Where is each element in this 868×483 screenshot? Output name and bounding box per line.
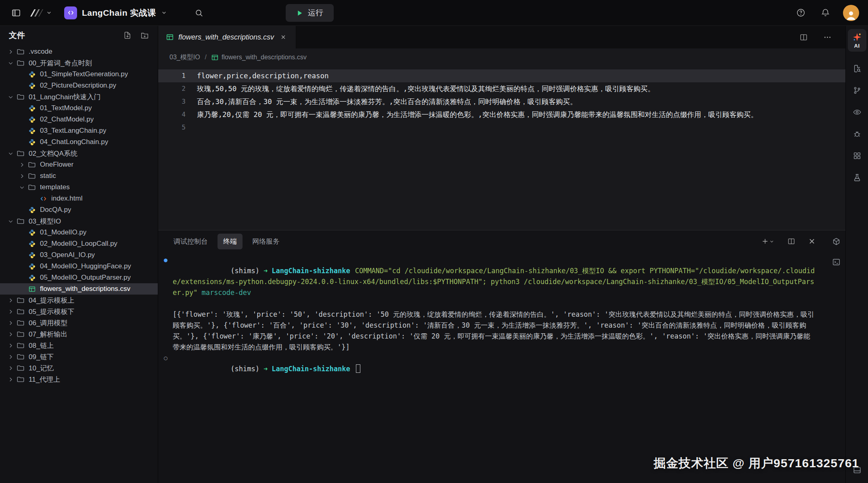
line-content: flower,price,description,reason bbox=[186, 69, 329, 82]
panel-header: 调试控制台终端网络服务 bbox=[158, 230, 827, 252]
tree-folder-03_模型IO[interactable]: 03_模型IO bbox=[0, 215, 158, 227]
line-content: 百合,30,清新百合，30 元一束，为生活增添一抹淡雅芬芳。,突出百合的清新淡雅… bbox=[186, 95, 577, 108]
tab-actions bbox=[797, 26, 845, 48]
tree-folder-OneFlower[interactable]: OneFlower bbox=[0, 159, 158, 170]
tree-folder-07_解析输出[interactable]: 07_解析输出 bbox=[0, 328, 158, 340]
new-file-button[interactable] bbox=[123, 31, 132, 40]
project-switcher[interactable]: LangChain 实战课 bbox=[64, 6, 167, 19]
tree-folder-00_开篇词_奇点时刻[interactable]: 00_开篇词_奇点时刻 bbox=[0, 57, 158, 69]
tree-file-02_ChatModel.py[interactable]: 02_ChatModel.py bbox=[0, 114, 158, 125]
file-explorer-sidebar: 文件 .vscode00_开篇词_奇点时刻01_SimpleTextGenera… bbox=[0, 26, 158, 483]
editor-line-1[interactable]: 1flower,price,description,reason bbox=[158, 69, 845, 82]
split-editor-button[interactable] bbox=[797, 31, 810, 44]
editor-tabbar: flowers_with_descriptions.csv bbox=[158, 26, 845, 48]
explorer-title: 文件 bbox=[9, 30, 114, 41]
file-search-icon bbox=[853, 64, 862, 73]
tree-folder-10_记忆[interactable]: 10_记忆 bbox=[0, 362, 158, 374]
editor-group: flowers_with_descriptions.csv bbox=[158, 26, 845, 230]
tree-folder-05_提示模板下[interactable]: 05_提示模板下 bbox=[0, 306, 158, 317]
tree-folder-04_提示模板上[interactable]: 04_提示模板上 bbox=[0, 295, 158, 306]
tree-file-03_OpenAI_IO.py[interactable]: 03_OpenAI_IO.py bbox=[0, 249, 158, 261]
line-number: 4 bbox=[158, 108, 186, 121]
chevron-right-icon bbox=[6, 320, 15, 326]
tree-file-02_ModelIO_LoopCall.py[interactable]: 02_ModelIO_LoopCall.py bbox=[0, 238, 158, 249]
tree-file-01_SimpleTextGeneration.py[interactable]: 01_SimpleTextGeneration.py bbox=[0, 69, 158, 80]
run-button[interactable]: 运行 bbox=[286, 4, 334, 22]
file-label: 02_ModelIO_LoopCall.py bbox=[40, 240, 117, 248]
editor-line-4[interactable]: 4康乃馨,20,仅需 20 元，即可拥有一束温馨美丽的康乃馨，为生活增添一抹温暖… bbox=[158, 108, 845, 121]
tree-file-01_ModelIO.py[interactable]: 01_ModelIO.py bbox=[0, 227, 158, 238]
tree-file-DocQA.py[interactable]: DocQA.py bbox=[0, 204, 158, 215]
more-actions-button[interactable] bbox=[821, 31, 834, 44]
tab-label: flowers_with_descriptions.csv bbox=[178, 33, 274, 42]
file-label: 03_模型IO bbox=[29, 217, 61, 226]
tree-file-04_ModelIO_HuggingFace.py[interactable]: 04_ModelIO_HuggingFace.py bbox=[0, 261, 158, 272]
notifications-button[interactable] bbox=[818, 6, 832, 20]
editor-line-3[interactable]: 3百合,30,清新百合，30 元一束，为生活增添一抹淡雅芬芳。,突出百合的清新淡… bbox=[158, 95, 845, 108]
tree-file-03_TextLangChain.py[interactable]: 03_TextLangChain.py bbox=[0, 125, 158, 136]
tree-file-05_ModelIO_OutputParser.py[interactable]: 05_ModelIO_OutputParser.py bbox=[0, 272, 158, 283]
csv-table-icon bbox=[166, 33, 174, 41]
preview-button[interactable] bbox=[851, 106, 864, 119]
chevron-right-icon bbox=[17, 162, 27, 168]
sidebar-toggle-button[interactable] bbox=[9, 6, 23, 20]
breadcrumb-folder[interactable]: 03_模型IO bbox=[169, 53, 200, 62]
split-panel-button[interactable] bbox=[786, 236, 797, 247]
folder-icon bbox=[15, 217, 26, 225]
project-name: LangChain 实战课 bbox=[82, 7, 156, 19]
extensions-button[interactable] bbox=[851, 149, 864, 162]
flask-icon bbox=[853, 173, 862, 182]
tree-folder-06_调用模型[interactable]: 06_调用模型 bbox=[0, 317, 158, 328]
file-label: 00_开篇词_奇点时刻 bbox=[29, 59, 92, 68]
file-label: 10_记忆 bbox=[29, 364, 54, 373]
terminal-command: COMMAND="cd /cloudide/workspace/LangChai… bbox=[173, 267, 815, 297]
tree-file-02_PictureDescription.py[interactable]: 02_PictureDescription.py bbox=[0, 80, 158, 91]
breadcrumb-separator: / bbox=[205, 54, 207, 61]
avatar[interactable] bbox=[843, 5, 859, 21]
editor-line-2[interactable]: 2玫瑰,50,50 元的玫瑰，绽放着爱情的绚烂，传递着深情的告白。,突出玫瑰代表… bbox=[158, 82, 845, 95]
tree-folder-09_链下[interactable]: 09_链下 bbox=[0, 351, 158, 362]
center-column: flowers_with_descriptions.csv bbox=[158, 26, 845, 483]
source-control-button[interactable] bbox=[851, 84, 864, 97]
prompt-idle-dot-icon: ○ bbox=[164, 353, 167, 364]
layout-toggle-button[interactable] bbox=[851, 464, 864, 477]
panel-actions bbox=[759, 236, 817, 247]
tree-folder-.vscode[interactable]: .vscode bbox=[0, 46, 158, 57]
help-button[interactable] bbox=[794, 6, 808, 20]
new-terminal-button[interactable] bbox=[759, 236, 776, 247]
console-button[interactable] bbox=[830, 256, 843, 268]
tree-folder-11_代理上[interactable]: 11_代理上 bbox=[0, 374, 158, 385]
tree-file-04_ChatLongChain.py[interactable]: 04_ChatLongChain.py bbox=[0, 136, 158, 148]
ai-assistant-button[interactable]: AI bbox=[848, 29, 866, 52]
python-icon bbox=[27, 207, 37, 213]
app-logo-menu[interactable] bbox=[29, 8, 52, 18]
debug-button[interactable] bbox=[851, 128, 864, 140]
editor-line-5[interactable]: 5 bbox=[158, 121, 845, 134]
breadcrumb-file[interactable]: flowers_with_descriptions.csv bbox=[211, 54, 307, 61]
dependencies-button[interactable] bbox=[830, 235, 843, 248]
html-icon bbox=[38, 195, 48, 202]
search-button[interactable] bbox=[192, 6, 206, 20]
tree-folder-02_文档QA系统[interactable]: 02_文档QA系统 bbox=[0, 148, 158, 159]
tree-file-01_TextModel.py[interactable]: 01_TextModel.py bbox=[0, 102, 158, 114]
tree-folder-static[interactable]: static bbox=[0, 170, 158, 182]
chevron-down-icon bbox=[769, 239, 774, 244]
tree-folder-templates[interactable]: templates bbox=[0, 182, 158, 193]
editor-tab-flowers-csv[interactable]: flowers_with_descriptions.csv bbox=[158, 26, 296, 48]
folder-icon bbox=[15, 297, 26, 304]
testing-button[interactable] bbox=[851, 171, 864, 184]
panel-tab-终端[interactable]: 终端 bbox=[218, 234, 243, 249]
editor-code[interactable]: 1flower,price,description,reason2玫瑰,50,5… bbox=[158, 66, 845, 230]
tree-file-index.html[interactable]: index.html bbox=[0, 193, 158, 204]
tree-file-flowers_with_descriptions.csv[interactable]: flowers_with_descriptions.csv bbox=[0, 283, 158, 295]
new-folder-button[interactable] bbox=[140, 31, 149, 40]
tab-close-button[interactable] bbox=[279, 33, 288, 42]
terminal[interactable]: ●(shims)➜LangChain-shizhankeCOMMAND="cd … bbox=[158, 252, 827, 483]
tree-folder-01_LangChain快速入门[interactable]: 01_LangChain快速入门 bbox=[0, 91, 158, 102]
file-label: DocQA.py bbox=[40, 206, 71, 214]
panel-tab-网络服务[interactable]: 网络服务 bbox=[247, 234, 285, 249]
tree-folder-08_链上[interactable]: 08_链上 bbox=[0, 340, 158, 351]
close-panel-button[interactable] bbox=[807, 236, 817, 247]
panel-tab-调试控制台[interactable]: 调试控制台 bbox=[168, 234, 213, 249]
file-search-button[interactable] bbox=[851, 62, 864, 75]
